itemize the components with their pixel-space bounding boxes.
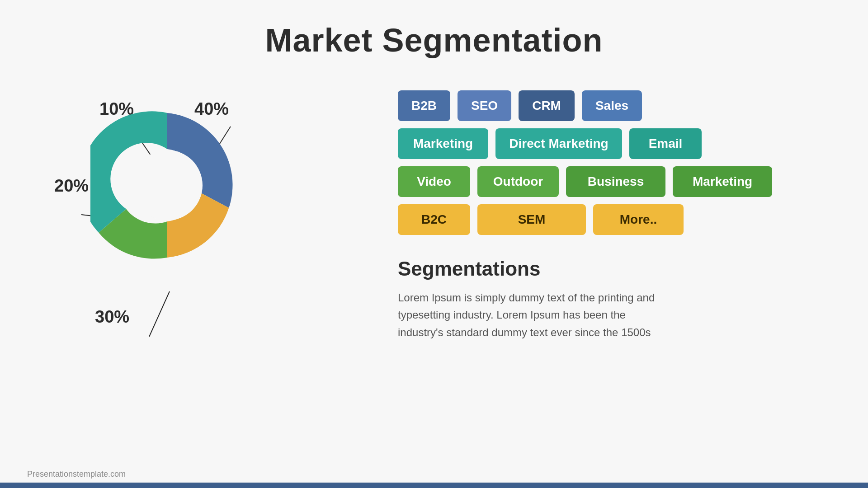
tags-row-2: Marketing Direct Marketing Email	[398, 128, 823, 159]
content-area: 40% 10% 20% 30% B2B	[0, 86, 868, 366]
right-section: B2B SEO CRM Sales Marketing Direct Marke…	[362, 86, 823, 341]
tag-outdoor[interactable]: Outdoor	[477, 166, 559, 197]
segmentations-body: Lorem Ipsum is simply dummy text of the …	[398, 289, 669, 341]
donut-chart	[90, 108, 244, 262]
segmentations-section: Segmentations Lorem Ipsum is simply dumm…	[398, 258, 823, 341]
page-title: Market Segmentation	[0, 0, 868, 59]
tags-grid: B2B SEO CRM Sales Marketing Direct Marke…	[398, 90, 823, 235]
tag-sem[interactable]: SEM	[477, 204, 586, 235]
label-30: 30%	[95, 307, 129, 327]
tag-more[interactable]: More..	[593, 204, 684, 235]
tags-row-4: B2C SEM More..	[398, 204, 823, 235]
svg-point-4	[132, 150, 203, 221]
tag-b2c[interactable]: B2C	[398, 204, 470, 235]
donut-svg	[90, 108, 244, 262]
chart-section: 40% 10% 20% 30%	[45, 86, 362, 366]
tag-email[interactable]: Email	[629, 128, 702, 159]
tag-crm[interactable]: CRM	[519, 90, 575, 121]
tag-b2b[interactable]: B2B	[398, 90, 450, 121]
tag-business[interactable]: Business	[566, 166, 665, 197]
tag-video[interactable]: Video	[398, 166, 470, 197]
tags-row-3: Video Outdoor Business Marketing	[398, 166, 823, 197]
tag-seo[interactable]: SEO	[458, 90, 511, 121]
tag-marketing2[interactable]: Marketing	[673, 166, 772, 197]
tags-row-1: B2B SEO CRM Sales	[398, 90, 823, 121]
tag-direct-marketing[interactable]: Direct Marketing	[495, 128, 622, 159]
segmentations-title: Segmentations	[398, 258, 823, 280]
bottom-bar	[0, 483, 868, 488]
tag-sales[interactable]: Sales	[582, 90, 642, 121]
watermark: Presentationstemplate.com	[27, 469, 126, 479]
svg-line-3	[149, 291, 170, 337]
label-20: 20%	[54, 176, 89, 196]
tag-marketing[interactable]: Marketing	[398, 128, 488, 159]
